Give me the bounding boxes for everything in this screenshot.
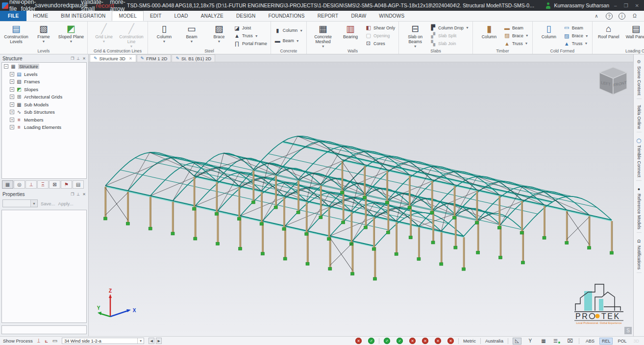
open-folder-icon[interactable]: open-folder [23, 1, 34, 10]
column-button[interactable]: ▯Column▼ [150, 23, 178, 43]
menu-tab-foundations[interactable]: FOUNDATIONS [262, 11, 311, 21]
construction-levels-button[interactable]: ▤Construction Levels [2, 23, 30, 45]
close-icon[interactable]: ✕ [635, 3, 639, 8]
select-cursor-icon[interactable]: ◺ [513, 338, 521, 345]
menu-tab-draw[interactable]: DRAW [345, 11, 372, 21]
user-account[interactable]: Kumarasamy Sutharsan [541, 2, 614, 9]
next-loadcase-button[interactable]: ▶ [156, 338, 162, 344]
menu-tab-design[interactable]: DESIGN [230, 11, 262, 21]
pin-panel-icon[interactable]: ⊥ [76, 56, 80, 61]
status-indicator-red[interactable]: ✕ [435, 338, 441, 344]
show-process-label[interactable]: Show Process [3, 338, 33, 344]
expand-icon[interactable]: + [10, 87, 14, 92]
status-indicator-green[interactable]: ✓ [396, 338, 403, 344]
view-tab-structure-3d[interactable]: ✎Structure 3D✕ [90, 54, 136, 62]
info-icon[interactable]: i [619, 13, 625, 20]
menu-tab-load[interactable]: LOAD [168, 11, 195, 21]
menu-tab-analyze[interactable]: ANALYZE [195, 11, 230, 21]
collapse-expander-icon[interactable]: − [4, 64, 8, 69]
tree-item-slopes[interactable]: +◩Slopes [10, 87, 86, 92]
flag-tab-icon[interactable]: ⚑ [61, 180, 72, 189]
menu-tab-edit[interactable]: EDIT [144, 11, 168, 21]
column-button[interactable]: ▯Column [535, 23, 563, 40]
beam-button[interactable]: ▬Beam▼ [274, 38, 303, 44]
portal-frame-button[interactable]: ∏Portal Frame [234, 41, 267, 47]
viewport-corner-badge[interactable]: S [624, 327, 632, 334]
status-indicator-green[interactable]: ✓ [368, 338, 374, 344]
menu-tab-report[interactable]: REPORT [311, 11, 345, 21]
structure-3d-model[interactable] [89, 62, 633, 336]
sidebar-tab-trimble-connect[interactable]: ◯Trimble Connect [636, 135, 641, 181]
expand-icon[interactable]: + [10, 95, 14, 99]
tree-item-frames[interactable]: +▧Frames [10, 79, 86, 84]
truss-button[interactable]: ▲Truss▼ [564, 41, 589, 47]
concrete-meshed-button[interactable]: ▦Concrete Meshed▼ [309, 23, 337, 48]
help-icon[interactable]: ? [606, 13, 613, 20]
member-support-status-icon[interactable]: ⟀ [45, 338, 48, 344]
brace-button[interactable]: ▨Brace▼ [205, 23, 233, 43]
units-label[interactable]: Metric [463, 338, 476, 344]
frame-button[interactable]: ▧Frame▼ [30, 23, 57, 43]
support-tab-icon[interactable]: ⊥ [25, 180, 37, 189]
close-panel-icon[interactable]: ✕ [82, 192, 86, 197]
sidebar-tab-notifications[interactable]: ΩNotifications [637, 236, 642, 273]
bearing-button[interactable]: ▥Bearing [337, 23, 364, 40]
close-tab-icon[interactable]: ✕ [129, 56, 132, 61]
save-icon[interactable]: save [36, 1, 47, 10]
sidebar-tab-tekla-online[interactable]: Tekla Online [637, 102, 642, 133]
coord-mode-rel[interactable]: REL [599, 338, 613, 345]
expand-icon[interactable]: + [10, 118, 14, 122]
menu-tab-model[interactable]: MODEL [112, 11, 144, 21]
tree-item-structure[interactable]: −▦Structure [4, 64, 86, 69]
tree-item-loading-elements[interactable]: +≡Loading Elements [10, 124, 86, 130]
status-indicator-red[interactable]: ✕ [422, 338, 428, 344]
loadcase-combo[interactable]: 34 Wind side 1-2-a ▼ [62, 338, 144, 344]
expand-icon[interactable]: + [10, 125, 14, 129]
pin-panel-icon[interactable]: ⊥ [76, 192, 80, 197]
float-panel-icon[interactable]: ❐ [71, 56, 74, 61]
model-viewport[interactable]: LEFT FRONT Z X Y [89, 62, 633, 336]
globe-tab-icon[interactable]: ◎ [14, 180, 25, 189]
tree-item-sub-models[interactable]: +▦Sub Models [10, 102, 86, 107]
sidebar-tab-reference-models[interactable]: ●Reference Models [637, 184, 642, 233]
status-indicator-red[interactable]: ✕ [447, 338, 454, 344]
expand-icon[interactable]: + [10, 102, 14, 107]
undo-icon[interactable]: undo [49, 1, 59, 10]
structure-tab-icon[interactable]: ▦ [2, 180, 13, 189]
notification-bell-icon[interactable]: Ω [631, 13, 638, 20]
close-panel-icon[interactable]: ✕ [82, 56, 86, 61]
previous-loadcase-button[interactable]: ◀ [149, 338, 154, 344]
maximize-icon[interactable]: ❐ [624, 3, 628, 8]
status-indicator-red[interactable]: ✕ [409, 338, 416, 344]
column-button[interactable]: ▮Column▼ [274, 27, 303, 34]
branch-icon[interactable]: Y [526, 338, 535, 345]
apply-button[interactable]: Apply... [58, 201, 74, 206]
screen-icon[interactable]: ▭ [52, 338, 57, 344]
new-file-icon[interactable]: new-file [10, 1, 21, 10]
cores-button[interactable]: ⊡Cores [365, 40, 395, 47]
shear-only-button[interactable]: ◧Shear Only [365, 25, 395, 31]
status-indicator-red[interactable]: ✕ [355, 338, 362, 344]
column-button[interactable]: ▮Column [475, 23, 503, 40]
truss-button[interactable]: ▲Truss▼ [234, 33, 267, 39]
list-columns-icon[interactable]: ☰ [552, 338, 561, 345]
brace-button[interactable]: ▨Brace▼ [504, 32, 529, 39]
support-status-icon[interactable]: ⟘ [37, 338, 41, 344]
column-drop-button[interactable]: ▛Column Drop▼ [430, 25, 469, 31]
joist-button[interactable]: ◪Joist [234, 25, 267, 31]
sidebar-tab-scene-content[interactable]: ⚙Scene Content [637, 56, 642, 99]
properties-combo[interactable]: ▼ [2, 199, 38, 207]
expand-icon[interactable]: + [10, 110, 14, 114]
beam-button[interactable]: ▭Beam [564, 25, 589, 31]
truss-button[interactable]: ▲Truss▼ [504, 41, 529, 47]
sloped-plane-button[interactable]: ◩Sloped Plane▼ [57, 23, 85, 43]
tree-item-sub-structures[interactable]: +∿Sub Structures [10, 109, 86, 115]
save-button[interactable]: Save... [41, 201, 55, 206]
country-label[interactable]: Australia [485, 338, 503, 344]
menu-tab-file[interactable]: FILE [0, 11, 26, 21]
minimize-icon[interactable]: – [614, 3, 617, 8]
slab-on-beams-button[interactable]: ⊟Slab on Beams▼ [401, 23, 429, 48]
expand-icon[interactable]: + [10, 79, 14, 84]
report-tab-icon[interactable]: ▤ [73, 180, 84, 189]
window-grid-icon[interactable]: ▦ [539, 338, 548, 345]
